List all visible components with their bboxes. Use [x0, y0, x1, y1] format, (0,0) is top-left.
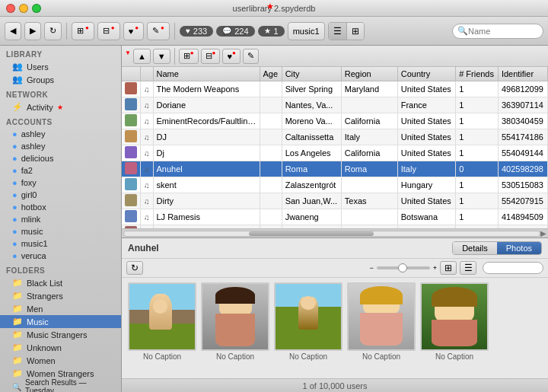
col-header-identifier[interactable]: Identifier [498, 67, 547, 81]
photo-thumb-5 [420, 282, 489, 351]
search-box[interactable]: 🔍 [452, 24, 543, 39]
table-row[interactable]: ♫ DJ Caltanissetta Italy United States 1… [122, 129, 548, 145]
col-header-country[interactable]: Country [397, 67, 455, 81]
sidebar-item-ashley2[interactable]: ● ashley [0, 140, 121, 152]
table-row[interactable]: ♫ EminentRecords/FaultlinePr... Moreno V… [122, 113, 548, 129]
sidebar-item-search-results[interactable]: 🔍 Search Results — Tuesday,... [0, 380, 121, 392]
refresh-button[interactable]: ↻ [44, 22, 62, 40]
sidebar-item-mlink[interactable]: ● mlink [0, 213, 121, 225]
sidebar-item-music-folder[interactable]: 📁 Music [0, 315, 121, 328]
sidebar-item-delicious[interactable]: ● delicious [0, 152, 121, 164]
col-header-city[interactable]: City [282, 67, 341, 81]
table-row[interactable]: ♫ Dj Los Angeles California United State… [122, 145, 548, 161]
status-text: 1 of 10,000 users [302, 381, 367, 390]
sidebar-item-music-strangers[interactable]: 📁 Music Strangers [0, 328, 121, 341]
photo-item-2[interactable]: No Caption [201, 282, 269, 374]
photo-item-3[interactable]: No Caption [274, 282, 342, 374]
table-row[interactable]: ♫ The Modern Weapons Silver Spring Maryl… [122, 81, 548, 97]
sidebar-item-veruca[interactable]: ● veruca [0, 250, 121, 262]
sidebar-item-strangers[interactable]: 📁 Strangers [0, 289, 121, 302]
sidebar-item-hotbox[interactable]: ● hotbox [0, 201, 121, 213]
col-header-avatar[interactable] [122, 67, 141, 81]
table-body: ♫ The Modern Weapons Silver Spring Maryl… [122, 81, 548, 228]
col-header-age[interactable]: Age [260, 67, 282, 81]
sidebar-item-ashley1[interactable]: ● ashley [0, 128, 121, 140]
sidebar-item-groups[interactable]: 👥 Groups [0, 73, 121, 86]
cell-name: LJ Ramesis [153, 209, 260, 225]
refresh-photos-button[interactable]: ↻ [126, 261, 143, 275]
photo-item-4[interactable]: No Caption [347, 282, 416, 374]
close-button[interactable] [6, 4, 15, 13]
data-table-container: Name Age City Region Country # Friends I… [122, 67, 548, 228]
zoom-slider-track[interactable] [377, 266, 430, 269]
grid-photos-button[interactable]: ⊞ [440, 261, 457, 275]
tab-photos[interactable]: Photos [497, 242, 541, 254]
sidebar-item-music[interactable]: ● music [0, 225, 121, 237]
sort-asc-button[interactable]: ▲ [133, 49, 151, 64]
favorite-button[interactable]: ♥● [123, 22, 144, 40]
sort-desc-button[interactable]: ▼ [153, 49, 170, 64]
photos-grid: No Caption No Caption [122, 278, 548, 378]
zoom-slider-thumb[interactable] [398, 263, 407, 272]
search-photos-input[interactable] [488, 264, 534, 272]
music-icon: ♫ [144, 165, 150, 174]
fav-table-button[interactable]: ♥● [222, 49, 240, 64]
filter-button[interactable]: ⊟● [201, 49, 221, 64]
sidebar-item-fa2[interactable]: ● fa2 [0, 164, 121, 177]
table-row[interactable]: ♫ LJ Ramesis Jwaneng Botswana 1 41489450… [122, 209, 548, 225]
photo-item-5[interactable]: No Caption [420, 282, 489, 374]
cell-city: Jwaneng [282, 209, 341, 225]
action-button-2[interactable]: ⊟● [97, 22, 120, 40]
edit-button[interactable]: ✎● [147, 22, 170, 40]
cell-country: United States [397, 81, 455, 97]
sidebar-item-women[interactable]: 📁 Women [0, 354, 121, 367]
list-photos-button[interactable]: ☰ [460, 261, 476, 275]
col-header-friends[interactable]: # Friends [456, 67, 499, 81]
tab-details[interactable]: Details [453, 242, 497, 254]
cell-region: California [341, 113, 397, 129]
list-view-button[interactable]: ☰ [329, 23, 347, 40]
table-row[interactable]: ♫ skent Zalaszentgrót Hungary 1 53051508… [122, 177, 548, 193]
table-row[interactable]: ♫ Dirty San Juan,W... Texas United State… [122, 193, 548, 209]
search-photos-box[interactable] [483, 262, 543, 274]
search-input[interactable] [468, 27, 537, 36]
sidebar-label-foxy: foxy [21, 178, 37, 187]
username-button[interactable]: music1 [288, 22, 325, 40]
action-button-1[interactable]: ⊞● [72, 22, 94, 40]
back-button[interactable]: ◀ [5, 22, 21, 40]
scrollbar-track[interactable] [123, 231, 540, 237]
cell-identifier: 363907114 [498, 97, 547, 113]
forward-button[interactable]: ▶ [24, 22, 41, 40]
cell-city: Moreno Va... [282, 113, 341, 129]
minimize-button[interactable] [19, 4, 28, 13]
grid-view-button[interactable]: ⊞ [347, 23, 364, 40]
view-toggle[interactable]: ☰ ⊞ [328, 22, 365, 40]
sidebar-item-activity[interactable]: ⚡ Activity ★ [0, 100, 121, 113]
col-header-name[interactable]: Name [153, 67, 260, 81]
group-button[interactable]: ⊞● [179, 49, 199, 64]
col-header-region[interactable]: Region [341, 67, 397, 81]
maximize-button[interactable] [32, 4, 41, 13]
table-row[interactable]: ♫ Anuhel Roma Roma Italy 0 402598298 [122, 161, 548, 177]
sidebar-item-men[interactable]: 📁 Men [0, 302, 121, 315]
sidebar-item-users[interactable]: 👥 Users [0, 60, 121, 73]
sidebar-item-blacklist[interactable]: 📁 Black List [0, 276, 121, 289]
sidebar-item-music1[interactable]: ● music1 [0, 237, 121, 250]
traffic-lights [6, 4, 41, 13]
photo-item-1[interactable]: No Caption [128, 282, 196, 374]
cell-identifier: 402598298 [498, 161, 547, 177]
account-dot-icon10: ● [12, 239, 18, 248]
cell-region [341, 209, 397, 225]
scroll-right-icon[interactable]: ▶ [540, 229, 546, 237]
cell-status: ♫ [141, 177, 154, 193]
scrollbar-thumb[interactable] [249, 231, 374, 236]
sidebar-item-unknown[interactable]: 📁 Unknown [0, 341, 121, 354]
table-row[interactable]: ♫ Doriane Nantes, Va... France 1 3639071… [122, 97, 548, 113]
sidebar-item-foxy[interactable]: ● foxy [0, 177, 121, 189]
cell-status: ♫ [141, 129, 154, 145]
sidebar-item-girl0[interactable]: ● girl0 [0, 189, 121, 201]
note-button[interactable]: ✎ [243, 49, 259, 64]
col-header-status[interactable] [141, 67, 154, 81]
tab-group: Details Photos [452, 241, 542, 255]
horizontal-scrollbar[interactable]: ▶ [122, 228, 548, 237]
